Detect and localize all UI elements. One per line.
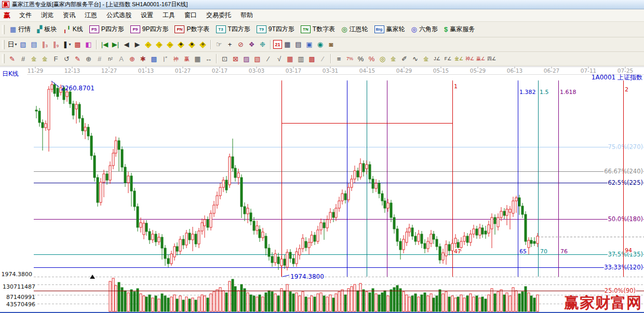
svg-text:02-17: 02-17 — [212, 67, 228, 74]
menu-item-0[interactable]: 文件 — [15, 10, 36, 20]
red-grid-button[interactable]: ▦ — [285, 53, 296, 64]
toolbar-button-quotes[interactable]: ▦行情 — [7, 25, 34, 34]
gold-grid-1-button[interactable]: 金 — [29, 53, 39, 64]
menu-item-8[interactable]: 交易委托 — [202, 10, 236, 20]
pencil-tool-button[interactable]: ✎ — [7, 53, 18, 64]
grid-lines-tool-button[interactable]: # — [18, 53, 29, 64]
shen-angle-button[interactable]: 神∠ — [464, 53, 475, 64]
menu-item-2[interactable]: 资讯 — [58, 10, 80, 20]
gann-diamond-hor[interactable]: ◆↔ — [165, 39, 176, 50]
toolbar-button-p-number-table[interactable]: PNP数字表 — [171, 25, 212, 34]
target-circle-button[interactable]: ⊕ — [127, 53, 138, 64]
spider-web-button[interactable]: ✱ — [138, 53, 149, 64]
toolbar-button-9t-square[interactable]: T99T四方形 — [253, 25, 298, 34]
ribbon-tool-button[interactable]: ❖ — [246, 39, 257, 50]
k-mark-button[interactable]: ∣″ — [159, 53, 170, 64]
gann-diamond-all[interactable]: ◆✛ — [197, 39, 208, 50]
toolbar-button-p-square[interactable]: PSP四方形 — [86, 25, 127, 34]
toolbar-button-winner-wheel[interactable]: Big赢家轮 — [371, 25, 408, 34]
percent-red-button[interactable]: % — [366, 53, 377, 64]
fan-square-button[interactable]: ▨ — [241, 53, 252, 64]
quote-board-button[interactable]: ▤ — [29, 39, 39, 50]
toolbar-button-winner-service[interactable]: $赢家服务 — [441, 25, 478, 34]
web-tool-button[interactable]: ❉ — [257, 39, 268, 50]
notes-tool-button[interactable]: ▤ — [293, 39, 304, 50]
slash-lines-button[interactable]: ∕ — [317, 53, 328, 64]
wave-tool-button[interactable]: ∿ — [410, 53, 421, 64]
trend-view-button[interactable]: ▧ — [18, 39, 29, 50]
pattern-box-button[interactable]: ▩ — [72, 39, 83, 50]
web-search-tool-button[interactable]: ◉ — [315, 39, 326, 50]
calculator-tool-button[interactable]: ▦ — [282, 39, 293, 50]
color-filter-button[interactable]: ◧ — [83, 39, 94, 50]
toolbar-button-kline[interactable]: ╻╹K线 — [60, 25, 86, 34]
first-bar-button[interactable]: |◀ — [99, 39, 110, 50]
period-selector-button[interactable]: 日▾ — [7, 39, 18, 50]
toolbar-button-t-number-table[interactable]: TNT数字表 — [298, 25, 338, 34]
gold-grid-2-button[interactable]: 金 — [39, 53, 50, 64]
web-square-button[interactable]: ▧ — [252, 53, 263, 64]
toolbar-button-hexagon[interactable]: ◎六角形 — [408, 25, 441, 34]
toolbar-button-gann-wheel[interactable]: ◎江恩轮 — [338, 25, 371, 34]
note-pen-button[interactable]: ✐ — [399, 53, 410, 64]
square-web-button[interactable]: ▩ — [149, 53, 159, 64]
n-square-button[interactable]: n² — [105, 53, 116, 64]
win-grid-button[interactable]: 赢 — [181, 53, 192, 64]
level-scale-button[interactable]: ≡ — [333, 53, 344, 64]
percent-7-button[interactable]: 7% — [344, 53, 355, 64]
measure-hor-button[interactable]: ↔ — [203, 53, 214, 64]
app-logo-icon: 赢 — [2, 1, 9, 8]
menu-item-1[interactable]: 浏览 — [36, 10, 58, 20]
box-tool-button[interactable]: ⊡ — [219, 53, 230, 64]
menu-item-4[interactable]: 公式选股 — [102, 10, 136, 20]
menu-item-3[interactable]: 江恩 — [80, 10, 102, 20]
percent-button[interactable]: % — [355, 53, 366, 64]
fib-grid-button[interactable]: F — [50, 53, 61, 64]
menu-item-6[interactable]: 工具 — [158, 10, 180, 20]
gann-diamond-right[interactable]: ◆→ — [154, 39, 165, 50]
angle-a-button[interactable]: A — [116, 53, 127, 64]
marker-pen-button[interactable]: ✎ — [72, 53, 83, 64]
toolbar-button-t-square[interactable]: T3T四方形 — [213, 25, 253, 34]
f-angle-button[interactable]: F∠ — [442, 53, 453, 64]
next-bar-button[interactable]: ▶ — [132, 39, 143, 50]
spiral-tool-button[interactable]: ↺ — [61, 53, 72, 64]
crosshair-tool-button[interactable]: + — [224, 39, 235, 50]
toolbar-button-sectors[interactable]: ▞板块 — [34, 25, 60, 34]
gold-underline-button[interactable]: 金 — [421, 53, 432, 64]
chart-9-button[interactable]: ∥₉ — [50, 39, 61, 50]
gann-diamond-left[interactable]: ◆← — [143, 39, 154, 50]
gold-level-button[interactable]: 金 — [388, 53, 399, 64]
last-bar-button[interactable]: ▶| — [110, 39, 121, 50]
chart-3-button[interactable]: ∥₃ — [39, 39, 50, 50]
j-angle-button[interactable]: J∠ — [432, 53, 442, 64]
four-angle-button[interactable]: 四∠ — [486, 53, 497, 64]
gold-angle-button[interactable]: 金∠ — [453, 53, 464, 64]
bar-grid-button[interactable]: ▥ — [296, 53, 306, 64]
circle-cross-button[interactable]: ⊕ — [83, 53, 94, 64]
menu-item-9[interactable]: 帮助 — [236, 10, 258, 20]
hand-tool-button[interactable]: ☞ — [213, 39, 224, 50]
save-tool-button[interactable]: ▣ — [304, 39, 315, 50]
trend-lines-button[interactable]: ∕ — [263, 53, 274, 64]
gann-diamond-star[interactable]: ◆✖ — [186, 39, 197, 50]
check-curve-button[interactable]: √ — [274, 53, 285, 64]
kline-style-button[interactable]: ❚▾ — [61, 39, 72, 50]
shen-grid-button[interactable]: 神 — [170, 53, 181, 64]
prev-bar-button[interactable]: ◀ — [121, 39, 132, 50]
chart-canvas[interactable]: 11-2912-1312-2701-1301-2702-1703-0303-17… — [0, 66, 644, 313]
ruler-grid-button[interactable]: ▦ — [192, 53, 203, 64]
toolbar-grip — [2, 40, 5, 49]
gold-circle-button[interactable]: ◎ — [377, 53, 388, 64]
dense-grid-button[interactable]: ▩ — [306, 53, 317, 64]
menu-item-7[interactable]: 窗口 — [180, 10, 202, 20]
hash-grid-button[interactable]: # — [94, 53, 105, 64]
fan-lines-button[interactable]: ⊠ — [230, 53, 241, 64]
browser-tool-button[interactable]: ◙ — [326, 39, 337, 50]
win-angle-button[interactable]: 赢∠ — [475, 53, 486, 64]
delete-line-tool-button[interactable]: ⊘ — [235, 39, 246, 50]
toolbar-button-9p-square[interactable]: P99P四方形 — [127, 25, 172, 34]
gann-diamond-cross[interactable]: ◆✚ — [176, 39, 186, 50]
calendar-tool-button[interactable]: 21 — [273, 40, 282, 49]
menu-item-5[interactable]: 设置 — [136, 10, 158, 20]
